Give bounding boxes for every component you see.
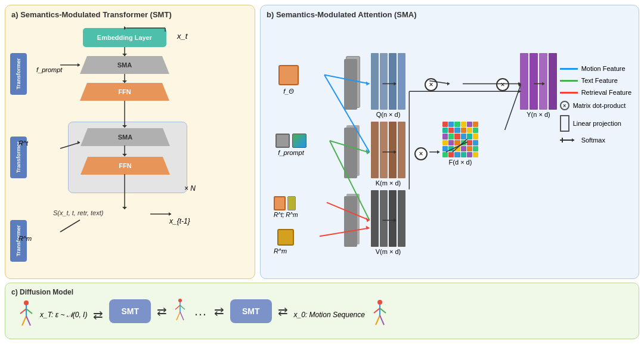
xt1-label: x_{t-1} [169,217,190,225]
legend: Motion Feature Text Feature Retrieval Fe… [560,65,631,144]
diagram-a: x_t Embedding Layer f_prompt SMA FFN SMA [35,23,244,256]
panel-c-label: c) Diffusion Model [11,288,73,296]
xt-label: x_t [177,32,187,41]
ffn-box-2: FFN [80,157,170,175]
svg-line-62 [26,316,30,326]
f-prompt-group: f_prompt [275,134,306,156]
q-label: Q(n × d) [371,111,405,118]
panel-b: b) Semantics-Modulated Attention (SMA) f… [260,5,639,279]
x0-glyph [371,297,389,332]
top-row: a) Semantics-Modulated Transformer (SMT)… [5,5,639,279]
q-matrix: Q(n × d) [371,53,405,118]
k-matrix: K(m × d) [371,122,405,187]
rt-rm-group: R^t; R^m [274,196,298,218]
svg-marker-17 [78,63,80,67]
svg-line-67 [177,312,180,320]
arrow-right-2: ⇄ [278,304,288,318]
legend-matrix-dot: × Matrix dot-product [560,101,631,110]
transformer-block-1: Transformer [10,53,27,95]
text-line [560,80,578,82]
arrow-right-1: ⇄ [157,304,167,318]
svg-line-65 [175,305,180,309]
svg-marker-33 [366,218,370,222]
k-proj-block [344,128,357,178]
legend-retrieval: Retrieval Feature [560,89,631,96]
f-theta-box [278,65,299,85]
svg-line-72 [380,308,386,313]
middle-glyph [173,296,188,326]
svg-line-59 [20,309,26,314]
arrow-left-2: ⇄ [214,304,224,318]
svg-marker-27 [366,149,370,153]
svg-line-60 [26,309,32,314]
f-label: F(d × d) [442,159,478,166]
legend-linear-proj: Linear projection [560,115,631,132]
embedding-box: Embedding Layer [83,28,166,47]
linear-proj-icon [560,115,569,132]
motion-label: Motion Feature [581,65,626,72]
svg-line-20 [60,220,80,232]
y-matrix: Y(n × d) [520,53,557,118]
v-proj-block [344,196,357,247]
retrieval-line [560,92,578,94]
softmax-label: Softmax [581,137,605,144]
motion-line [560,68,578,70]
svg-marker-22 [572,138,574,142]
ffn-box-1: FFN [80,83,169,101]
svg-marker-45 [437,150,439,154]
circle-x-y: × [496,78,509,91]
rt-label: R^t [18,140,28,147]
retrieval-label: Retrieval Feature [581,89,631,96]
svg-marker-5 [122,54,127,56]
svg-line-66 [180,305,185,309]
circle-x-qf: × [425,78,438,91]
sma-box-1: SMA [80,56,169,74]
softmax-icon [560,137,578,144]
main-container: a) Semantics-Modulated Transformer (SMT)… [0,0,644,344]
x0-label: x_0: Motion Sequence [294,311,365,319]
matrix-dot-label: Matrix dot-product [573,102,626,109]
dots: … [194,303,208,319]
n-label: × N [184,184,196,193]
svg-marker-29 [366,150,370,154]
svg-line-71 [374,308,380,313]
rm-box [277,229,294,246]
xt-diff-label: x_T: ε ~ 𝒩(0, I) [40,311,87,319]
sma-box-2: SMA [80,128,170,146]
f-theta-label: f_Θ [275,88,302,95]
q-proj-block [344,59,357,110]
svg-line-68 [180,312,184,320]
panel-b-label: b) Semantics-Modulated Attention (SMA) [267,10,633,19]
s-func-label: S(x_t, t, retr, text) [53,209,103,216]
svg-line-74 [380,315,384,325]
rm-label: R^m [18,235,32,242]
svg-point-69 [377,300,382,305]
smt-block-1[interactable]: SMT [109,299,151,323]
svg-marker-35 [366,225,370,230]
legend-text: Text Feature [560,77,631,84]
text-label: Text Feature [581,77,618,84]
xt-glyph [17,298,35,331]
svg-point-63 [178,299,182,302]
matrix-dot-icon: × [560,101,569,110]
svg-marker-15 [169,212,171,216]
y-label: Y(n × d) [520,111,557,118]
panel-a-label: a) Semantics-Modulated Transformer (SMT) [11,10,249,19]
circle-x-kf: × [414,147,428,160]
arrow-left-1: ⇄ [93,308,103,322]
svg-marker-13 [122,207,127,209]
svg-marker-25 [366,81,370,85]
svg-point-57 [24,300,29,305]
svg-marker-43 [447,82,450,85]
svg-line-48 [505,84,521,130]
svg-marker-7 [122,80,127,83]
k-label: K(m × d) [371,179,405,187]
fprompt-label: f_prompt [36,66,62,73]
linear-proj-label: Linear projection [573,120,621,127]
smt-block-2[interactable]: SMT [230,299,272,323]
svg-line-61 [22,316,26,326]
panel-a: a) Semantics-Modulated Transformer (SMT)… [5,5,255,279]
v-matrix: V(m × d) [371,190,405,255]
legend-motion: Motion Feature [560,65,631,72]
f-matrix: F(d × d) [442,122,478,166]
